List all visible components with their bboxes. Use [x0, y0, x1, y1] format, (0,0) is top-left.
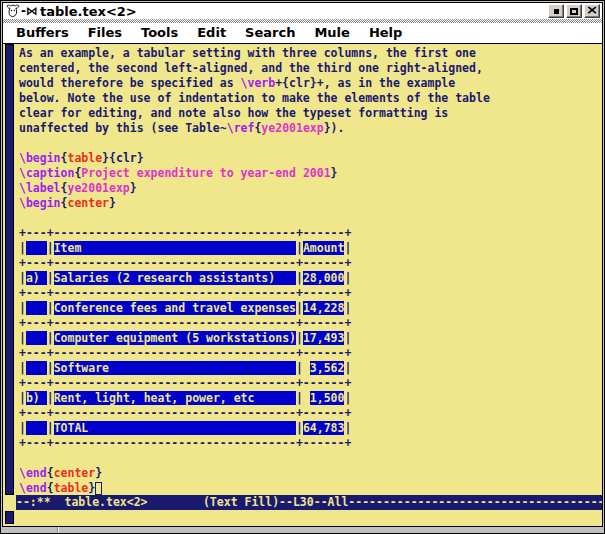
buffer-line: \begin{table}{clr} [19, 151, 602, 166]
plain-text: | [47, 241, 54, 255]
mode-line: --:** table.tex<2> (Text Fill)--L30--All… [16, 495, 602, 510]
minibuffer[interactable]: Mark set [2, 510, 603, 526]
plain-text: | [296, 421, 303, 435]
plain-text: } [88, 481, 95, 495]
menu-files[interactable]: Files [88, 25, 122, 40]
menu-edit[interactable]: Edit [197, 25, 226, 40]
table-cell-highlight: 28,000 [303, 271, 345, 285]
table-cell-highlight [26, 331, 47, 345]
menu-search[interactable]: Search [245, 25, 295, 40]
buffer-line: \end{table} [19, 481, 602, 495]
plain-text: }{clr} [102, 151, 144, 165]
plain-text: | [47, 301, 54, 315]
plain-text: +---+-----------------------------------… [19, 346, 351, 360]
plain-text: | [296, 271, 303, 285]
minimize-button[interactable] [548, 4, 564, 18]
buffer-line: | |Conference fees and travel expenses|1… [19, 301, 602, 316]
buffer-line: would therefore be specified as \verb+{c… [19, 76, 602, 91]
buffer-line: +---+-----------------------------------… [19, 406, 602, 421]
buffer-text[interactable]: As an example, a tabular setting with th… [16, 44, 602, 495]
scrollbar-thumb[interactable] [5, 44, 14, 495]
plain-text: +---+-----------------------------------… [19, 316, 351, 330]
buffer-line: | |Software | 3,562| [19, 361, 602, 376]
table-cell-highlight: a) [26, 271, 47, 285]
minimize-icon [554, 9, 559, 14]
plain-text: | [344, 391, 351, 405]
table-cell-highlight: Salaries (2 research assistants) [54, 271, 296, 285]
plain-text: unaffected by this (see Table~ [19, 121, 227, 135]
buffer-line: \caption{Project expenditure to year-end… [19, 166, 602, 181]
plain-text: { [47, 481, 54, 495]
frame-bottom-border [2, 526, 603, 532]
buffer-line: centered, the second left-aligned, and t… [19, 61, 602, 76]
plain-text: +---+-----------------------------------… [19, 436, 351, 450]
title-icon-suffix: -⋈ [21, 4, 38, 18]
table-cell-highlight: 1,500 [310, 391, 345, 405]
plain-text: | [47, 271, 54, 285]
title-bar[interactable]: -⋈ table.tex<2> × [2, 2, 603, 19]
buffer-line [19, 136, 602, 151]
buffer-line: +---+-----------------------------------… [19, 436, 602, 451]
plain-text: } [95, 466, 102, 480]
minibuffer-scrollbar-thumb [5, 511, 14, 524]
buffer-line: As an example, a tabular setting with th… [19, 46, 602, 61]
buffer-line: \label{ye2001exp} [19, 181, 602, 196]
latex-env-name: center [54, 466, 96, 480]
buffer-line: +---+-----------------------------------… [19, 256, 602, 271]
buffer-line: | |Computer equipment (5 workstations)|1… [19, 331, 602, 346]
latex-env-name: table [67, 151, 102, 165]
latex-keyword: \ref [227, 121, 255, 135]
buffer-line: \begin{center} [19, 196, 602, 211]
latex-keyword: \label [19, 181, 61, 195]
text-cursor [95, 482, 102, 495]
table-cell-highlight: 3,562 [310, 361, 345, 375]
table-cell-highlight [26, 241, 47, 255]
table-cell-highlight: 14,228 [303, 301, 345, 315]
buffer-line: \end{center} [19, 466, 602, 481]
buffer-line: clear for editing, and note also how the… [19, 106, 602, 121]
latex-env-name: table [54, 481, 89, 495]
plain-text: | [344, 301, 351, 315]
latex-string: ye2001exp [67, 181, 129, 195]
buffer-line: +---+-----------------------------------… [19, 346, 602, 361]
close-button[interactable]: × [584, 4, 600, 18]
plain-text: | [344, 271, 351, 285]
menu-buffers[interactable]: Buffers [16, 25, 69, 40]
plain-text: would therefore be specified as [19, 76, 241, 90]
plain-text: | [19, 421, 26, 435]
buffer-line: unaffected by this (see Table~\ref{ye200… [19, 121, 602, 136]
plain-text: | [19, 241, 26, 255]
table-cell-highlight: Amount [303, 241, 345, 255]
plain-text: +---+-----------------------------------… [19, 286, 351, 300]
window-title: table.tex<2> [40, 4, 548, 19]
plain-text: As an example, a tabular setting with th… [19, 46, 476, 60]
plain-text: clear for editing, and note also how the… [19, 106, 448, 120]
table-cell-highlight: 17,493 [303, 331, 345, 345]
table-cell-highlight [26, 421, 47, 435]
maximize-button[interactable] [566, 4, 582, 18]
buffer-line [19, 211, 602, 226]
vertical-scrollbar[interactable] [3, 44, 16, 495]
plain-text: | [296, 361, 310, 375]
table-cell-highlight: Computer equipment (5 workstations) [54, 331, 296, 345]
plain-text: | [296, 331, 303, 345]
editor-window: As an example, a tabular setting with th… [2, 44, 603, 495]
plain-text: { [47, 466, 54, 480]
latex-keyword: \begin [19, 196, 61, 210]
buffer-line: | |Item |Amount| [19, 241, 602, 256]
plain-text: | [47, 331, 54, 345]
buffer-line: +---+-----------------------------------… [19, 226, 602, 241]
maximize-icon [570, 8, 578, 15]
mode-line-row: --:** table.tex<2> (Text Fill)--L30--All… [2, 495, 603, 510]
plain-text: | [344, 241, 351, 255]
table-cell-highlight: Software [54, 361, 296, 375]
menu-tools[interactable]: Tools [141, 25, 178, 40]
menu-help[interactable]: Help [369, 25, 402, 40]
buffer-line: |a) |Salaries (2 research assistants) |2… [19, 271, 602, 286]
latex-env-name: center [67, 196, 109, 210]
plain-text: | [344, 331, 351, 345]
plain-text: +---+-----------------------------------… [19, 376, 351, 390]
menu-mule[interactable]: Mule [314, 25, 349, 40]
latex-string: Project expenditure to year-end 2001 [81, 166, 330, 180]
buffer-line: |b) |Rent, light, heat, power, etc | 1,5… [19, 391, 602, 406]
